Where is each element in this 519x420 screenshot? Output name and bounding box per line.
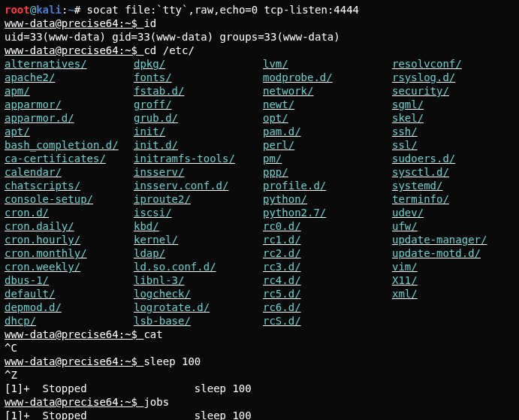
dir-entry: ufw/ — [392, 219, 519, 233]
dir-entry: rc4.d/ — [263, 273, 392, 287]
dir-entry: network/ — [263, 84, 392, 98]
cmd-jobs: jobs — [143, 396, 169, 408]
dir-entry — [392, 314, 519, 328]
dir-entry: initramfs-tools/ — [134, 152, 263, 165]
dir-entry: terminfo/ — [392, 192, 519, 206]
ctrl-z: ^Z — [5, 368, 519, 382]
dir-entry: perl/ — [263, 138, 392, 152]
job-stopped: [1]+ Stopped sleep 100 — [5, 382, 519, 395]
dir-entry: kernel/ — [134, 233, 263, 246]
dir-entry: chatscripts/ — [5, 179, 134, 192]
output-id: uid=33(www-data) gid=33(www-data) groups… — [5, 30, 519, 44]
dir-entry: fonts/ — [134, 71, 263, 84]
dir-entry: logcheck/ — [134, 287, 263, 301]
dir-entry: lvm/ — [263, 57, 392, 71]
job-stopped: [1]+ Stopped sleep 100 — [5, 409, 519, 420]
dir-entry: dhcp/ — [5, 314, 134, 328]
dir-entry: sudoers.d/ — [392, 152, 519, 165]
dir-entry: iscsi/ — [134, 206, 263, 219]
dir-entry: cron.weekly/ — [5, 260, 134, 273]
dir-entry: lsb-base/ — [134, 314, 263, 328]
dir-entry: apache2/ — [5, 71, 134, 84]
dir-entry: rc2.d/ — [263, 246, 392, 260]
prompt-wwwdata: www-data@precise64:~$ — [5, 44, 143, 56]
dir-entry: skel/ — [392, 111, 519, 125]
dir-entry: init.d/ — [134, 138, 263, 152]
dir-entry: ssh/ — [392, 125, 519, 138]
prompt-line-id[interactable]: www-data@precise64:~$ id — [5, 17, 519, 30]
cwd-tilde: ~ — [68, 4, 74, 16]
dir-entry: vim/ — [392, 260, 519, 273]
dir-entry: apparmor/ — [5, 98, 134, 111]
host-kali: kali — [36, 4, 62, 16]
dir-entry: fstab.d/ — [134, 84, 263, 98]
dir-entry: libnl-3/ — [134, 273, 263, 287]
dir-entry: console-setup/ — [5, 192, 134, 206]
dir-entry: dpkg/ — [134, 57, 263, 71]
dir-entry: iproute2/ — [134, 192, 263, 206]
dir-entry: ssl/ — [392, 138, 519, 152]
prompt-wwwdata: www-data@precise64:~$ — [5, 17, 143, 29]
dir-entry: ldap/ — [134, 246, 263, 260]
dir-entry: default/ — [5, 287, 134, 301]
user-root: root — [5, 4, 30, 16]
dir-entry: init/ — [134, 125, 263, 138]
dir-entry: update-motd.d/ — [392, 246, 519, 260]
dir-entry: cron.hourly/ — [5, 233, 134, 246]
dir-entry: insserv/ — [134, 165, 263, 179]
dir-entry: python/ — [263, 192, 392, 206]
dir-entry: alternatives/ — [5, 57, 134, 71]
dir-entry: depmod.d/ — [5, 301, 134, 314]
ls-output: alternatives/dpkg/lvm/resolvconf/ apache… — [5, 57, 519, 328]
cmd-cat: cat — [143, 328, 162, 340]
ctrl-c: ^C — [5, 341, 519, 355]
dir-entry — [392, 301, 519, 314]
dir-entry: update-manager/ — [392, 233, 519, 246]
dir-entry: logrotate.d/ — [134, 301, 263, 314]
dir-entry: systemd/ — [392, 179, 519, 192]
dir-entry: security/ — [392, 84, 519, 98]
dir-entry: X11/ — [392, 273, 519, 287]
prompt-line-sleep[interactable]: www-data@precise64:~$ sleep 100 — [5, 355, 519, 368]
dir-entry: rsyslog.d/ — [392, 71, 519, 84]
dir-entry: ppp/ — [263, 165, 392, 179]
dir-entry: ld.so.conf.d/ — [134, 260, 263, 273]
dir-entry: grub.d/ — [134, 111, 263, 125]
prompt-line-socat[interactable]: root@kali:~# socat file:`tty`,raw,echo=0… — [5, 3, 519, 17]
dir-entry: python2.7/ — [263, 206, 392, 219]
dir-entry: rc6.d/ — [263, 301, 392, 314]
dir-entry: apparmor.d/ — [5, 111, 134, 125]
dir-entry: kbd/ — [134, 219, 263, 233]
dir-entry: ca-certificates/ — [5, 152, 134, 165]
dir-entry: pm/ — [263, 152, 392, 165]
dir-entry: profile.d/ — [263, 179, 392, 192]
cmd-id: id — [143, 17, 156, 29]
dir-entry: dbus-1/ — [5, 273, 134, 287]
prompt-wwwdata: www-data@precise64:~$ — [5, 328, 143, 340]
dir-entry: opt/ — [263, 111, 392, 125]
dir-entry: sgml/ — [392, 98, 519, 111]
prompt-line-cd[interactable]: www-data@precise64:~$ cd /etc/ — [5, 44, 519, 57]
prompt-line-jobs[interactable]: www-data@precise64:~$ jobs — [5, 395, 519, 409]
dir-entry: udev/ — [392, 206, 519, 219]
dir-entry: calendar/ — [5, 165, 134, 179]
prompt-wwwdata: www-data@precise64:~$ — [5, 355, 143, 367]
dir-entry: sysctl.d/ — [392, 165, 519, 179]
dir-entry: cron.monthly/ — [5, 246, 134, 260]
dir-entry: apt/ — [5, 125, 134, 138]
dir-entry: newt/ — [263, 98, 392, 111]
dir-entry: rc3.d/ — [263, 260, 392, 273]
cmd-cd: cd /etc/ — [143, 44, 194, 56]
dir-entry: cron.d/ — [5, 206, 134, 219]
prompt-line-cat[interactable]: www-data@precise64:~$ cat — [5, 328, 519, 341]
dir-entry: cron.daily/ — [5, 219, 134, 233]
dir-entry: rcS.d/ — [263, 314, 392, 328]
dir-entry: insserv.conf.d/ — [134, 179, 263, 192]
hash: # — [74, 4, 87, 16]
dir-entry: groff/ — [134, 98, 263, 111]
cmd-socat: socat file:`tty`,raw,echo=0 tcp-listen:4… — [87, 4, 359, 16]
at-sign: @ — [30, 4, 36, 16]
dir-entry: resolvconf/ — [392, 57, 519, 71]
dir-entry: rc5.d/ — [263, 287, 392, 301]
prompt-wwwdata: www-data@precise64:~$ — [5, 396, 143, 408]
